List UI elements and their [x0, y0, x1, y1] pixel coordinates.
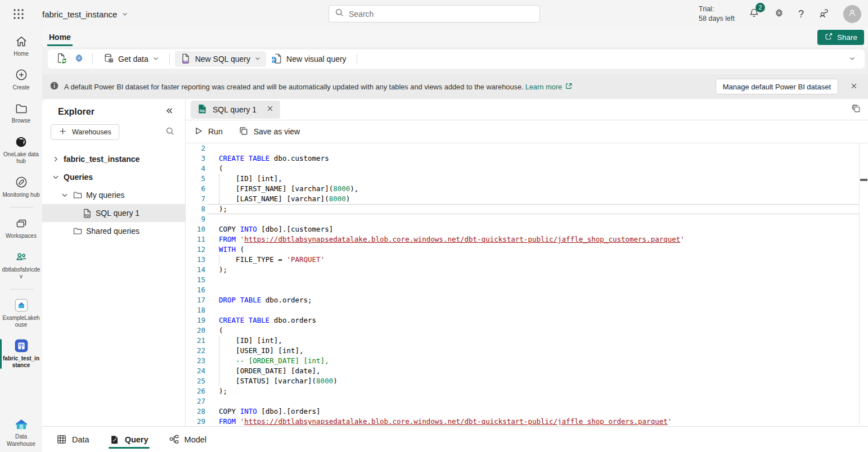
view-tab-data[interactable]: Data [56, 427, 89, 452]
code-editor[interactable]: 23CREATE TABLE dbo.customers4(5 [ID] [in… [186, 143, 868, 425]
tree-item-label: SQL query 1 [96, 209, 140, 218]
topbar-actions: Trial: 58 days left 2 ? [699, 0, 861, 28]
code-line-5[interactable]: 5 [ID] [int], [186, 174, 868, 184]
view-tab-query[interactable]: Query [110, 427, 149, 452]
share-button[interactable]: Share [817, 30, 864, 45]
search-input[interactable] [349, 10, 534, 19]
line-content: ( [219, 326, 223, 336]
query-tab[interactable]: SQL SQL query 1 [191, 101, 280, 119]
line-content: [ID] [int], [219, 174, 282, 184]
rail-item-home[interactable]: Home [0, 33, 42, 59]
tree-item-queries[interactable]: Queries [42, 168, 185, 186]
copy-button[interactable] [851, 103, 861, 116]
visual-query-icon [271, 53, 282, 66]
workspace-switcher[interactable]: fabric_test_instance [42, 0, 128, 28]
code-line-19[interactable]: 19CREATE TABLE dbo.orders [186, 315, 868, 326]
rail-item-data-warehouse[interactable]: Data Warehouse [0, 415, 42, 449]
code-line-29[interactable]: 29FROM 'https://dbtlabsynapsedatalake.bl… [186, 417, 868, 425]
tree-item-sql-query-1[interactable]: SQLSQL query 1 [42, 204, 185, 222]
code-line-4[interactable]: 4( [186, 164, 868, 174]
code-line-15[interactable]: 15 [186, 275, 868, 285]
code-line-3[interactable]: 3CREATE TABLE dbo.customers [186, 153, 868, 164]
learn-more-link[interactable]: Learn more [525, 82, 573, 92]
code-line-13[interactable]: 13 FILE_TYPE = 'PARQUET' [186, 255, 868, 265]
explorer-search-button[interactable] [165, 126, 175, 138]
person-icon [847, 8, 857, 20]
chevron-down-icon[interactable] [60, 191, 69, 199]
search-box[interactable] [329, 5, 540, 22]
warehouse-settings-button[interactable] [70, 51, 87, 67]
rail-item-examplelakehouse[interactable]: ExampleLakehouse [0, 297, 42, 330]
code-line-21[interactable]: 21 [ID] [int], [186, 336, 868, 346]
code-line-17[interactable]: 17DROP TABLE dbo.orders; [186, 295, 868, 305]
code-line-9[interactable]: 9 [186, 214, 868, 224]
code-line-27[interactable]: 27 [186, 396, 868, 406]
rail-item-dbtlabsfabricdev[interactable]: dbtlabsfabricdev [0, 248, 42, 282]
feedback-button[interactable] [817, 7, 830, 21]
rail-item-label: Data Warehouse [2, 433, 41, 448]
code-line-16[interactable]: 16 [186, 285, 868, 295]
rail-item-onelake-data-hub[interactable]: OneLake data hub [0, 133, 42, 166]
code-line-25[interactable]: 25 [STATUS] [varchar](8000) [186, 376, 868, 386]
account-avatar[interactable] [843, 5, 861, 23]
new-sql-query-button[interactable]: SQL New SQL query [175, 51, 266, 67]
code-line-26[interactable]: 26); [186, 386, 868, 396]
code-line-11[interactable]: 11FROM 'https://dbtlabsynapsedatalake.bl… [186, 234, 868, 245]
refresh-button[interactable] [53, 51, 70, 67]
view-tab-model[interactable]: Model [169, 427, 207, 452]
code-line-24[interactable]: 24 [ORDER_DATE] [date], [186, 366, 868, 376]
help-button[interactable]: ? [798, 8, 804, 20]
line-content: COPY INTO [dbo].[orders] [219, 406, 321, 417]
ribbon-collapse-button[interactable] [849, 54, 859, 64]
create-icon [14, 67, 29, 83]
ribbon-toolbar: Get data SQL New SQL query New visual qu… [48, 49, 865, 69]
tab-home[interactable]: Home [47, 29, 73, 46]
tree-item-my-queries[interactable]: My queries [42, 186, 185, 204]
get-data-button[interactable]: Get data [98, 51, 164, 67]
close-tab-button[interactable] [266, 105, 274, 114]
code-line-10[interactable]: 10COPY INTO [dbo].[customers] [186, 224, 868, 234]
add-warehouses-button[interactable]: Warehouses [51, 124, 119, 140]
chevron-down-icon[interactable] [51, 173, 60, 181]
collapse-panel-button[interactable] [165, 106, 174, 117]
code-line-23[interactable]: 23 -- [ORDER_DATE] [int], [186, 356, 868, 366]
notifications-button[interactable]: 2 [748, 7, 760, 21]
code-line-7[interactable]: 7 [LAST_NAME] [varchar](8000) [186, 194, 868, 204]
app-launcher-icon[interactable] [12, 7, 25, 21]
folder-icon [73, 226, 83, 236]
save-as-view-button[interactable]: Save as view [239, 126, 300, 138]
banner-close-button[interactable] [850, 82, 858, 92]
sql-file-icon: SQL [82, 208, 92, 219]
run-button[interactable]: Run [194, 126, 223, 137]
line-number: 20 [186, 326, 205, 336]
line-content: COPY INTO [dbo].[customers] [219, 224, 333, 234]
tree-item-shared-queries[interactable]: Shared queries [42, 222, 185, 240]
line-content: DROP TABLE dbo.orders; [219, 295, 312, 305]
rail-item-create[interactable]: Create [0, 66, 42, 93]
chevron-right-icon[interactable] [51, 155, 60, 163]
code-line-8[interactable]: 8); [186, 204, 868, 214]
plus-icon [59, 127, 67, 137]
code-line-28[interactable]: 28COPY INTO [dbo].[orders] [186, 406, 868, 417]
chevron-down-icon [254, 55, 261, 64]
rail-item-workspaces[interactable]: Workspaces [0, 215, 42, 241]
line-number: 19 [186, 315, 205, 326]
new-visual-query-button[interactable]: New visual query [266, 51, 352, 67]
code-line-18[interactable]: 18 [186, 305, 868, 315]
code-line-22[interactable]: 22 [USER_ID] [int], [186, 346, 868, 356]
rail-item-browse[interactable]: Browse [0, 100, 42, 126]
line-content: [ORDER_DATE] [date], [219, 366, 321, 376]
code-line-2[interactable]: 2 [186, 143, 868, 153]
code-line-12[interactable]: 12WITH ( [186, 245, 868, 255]
share-icon [824, 32, 833, 43]
explorer-title: Explorer [58, 107, 95, 117]
rail-item-monitoring-hub[interactable]: Monitoring hub [0, 174, 42, 200]
tree-item-fabric-test-instance[interactable]: fabric_test_instance [42, 150, 185, 168]
rail-divider [10, 289, 33, 290]
code-line-14[interactable]: 14); [186, 265, 868, 275]
manage-dataset-button[interactable]: Manage default Power BI dataset [716, 79, 838, 94]
code-line-6[interactable]: 6 [FIRST_NAME] [varchar](8000), [186, 184, 868, 194]
settings-button[interactable] [773, 7, 785, 21]
code-line-20[interactable]: 20( [186, 326, 868, 336]
rail-item-fabric-test-instance[interactable]: fabric_test_instance [0, 337, 42, 370]
